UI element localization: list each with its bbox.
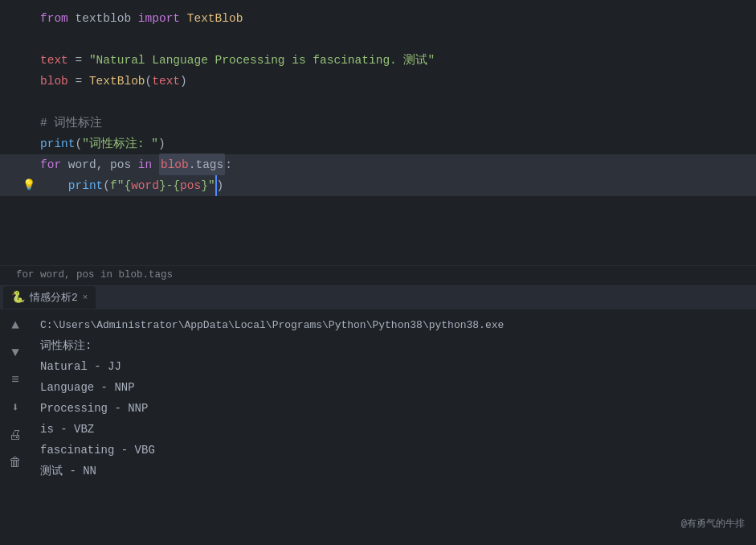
paren-close3: )	[217, 175, 224, 196]
comma1: ,	[96, 154, 104, 175]
kw-from: from	[40, 8, 68, 29]
paren-open2: (	[76, 133, 83, 154]
kw-in: in	[138, 154, 152, 175]
code-line-7: print("词性标注: ")	[0, 133, 756, 154]
terminal-path-text: C:\Users\Administrator\AppData\Local\Pro…	[40, 319, 504, 331]
fstr-brace3: {	[173, 175, 180, 196]
terminal-line-3: Processing - NNP	[0, 398, 756, 419]
terminal-tab-bar: 🐍 情感分析2 ×	[0, 284, 756, 309]
paren-open: (	[145, 71, 153, 92]
code-line-6: # 词性标注	[0, 113, 756, 133]
terminal-tab-sentiment[interactable]: 🐍 情感分析2 ×	[3, 286, 96, 309]
op-assign: =	[76, 50, 83, 71]
fstr-dash: -	[166, 175, 174, 196]
hint-bulb-icon: 💡	[22, 175, 35, 196]
code-editor: from textblob import TextBlob text = "Na…	[0, 0, 756, 265]
str-value: "Natural Language Processing is fascinat…	[89, 50, 435, 71]
blob-tags-highlight: blob.tags	[159, 154, 225, 176]
main-layout: from textblob import TextBlob text = "Na…	[0, 0, 756, 545]
fstr-close: "	[208, 175, 217, 196]
terminal-tab-label: 情感分析2	[30, 290, 78, 305]
code-line-3: text = "Natural Language Processing is f…	[0, 50, 756, 71]
tab-close-icon[interactable]: ×	[83, 293, 88, 302]
kw-for: for	[40, 154, 61, 175]
code-line-9: 💡 print(f"{word} - {pos}")	[0, 175, 756, 196]
colon1: :	[225, 154, 232, 175]
watermark: @有勇气的牛排	[681, 517, 745, 531]
terminal-output-ceshi: 测试 - NN	[40, 464, 96, 478]
op-assign2: =	[76, 71, 83, 92]
var-text2: text	[152, 71, 180, 92]
code-line-1: from textblob import TextBlob	[0, 8, 756, 29]
kw-import: import	[138, 8, 180, 29]
python-icon: 🐍	[11, 290, 25, 304]
module-name: textblob	[76, 8, 132, 29]
terminal-output-language: Language - NNP	[40, 381, 135, 394]
var-word: word	[68, 154, 96, 175]
var-pos: pos	[110, 154, 131, 175]
terminal-output-fascinating: fascinating - VBG	[40, 444, 155, 457]
class-textblob: TextBlob	[187, 8, 243, 29]
status-hint-text: for word, pos in blob.tags	[16, 269, 173, 281]
code-line-4: blob = TextBlob(text)	[0, 71, 756, 92]
terminal-line-2: Language - NNP	[0, 377, 756, 398]
terminal-output-area: ▲ ▼ ≡ ⬇ 🖨 🗑 C:\Users\Administrator\AppDa…	[0, 309, 756, 537]
fstr-pos: pos	[180, 175, 201, 196]
terminal-label-text: 词性标注:	[40, 338, 92, 353]
terminal-output-natural: Natural - JJ	[40, 360, 121, 373]
paren-open3: (	[103, 175, 110, 196]
terminal-output-processing: Processing - NNP	[40, 402, 148, 415]
status-hint-bar: for word, pos in blob.tags	[0, 265, 756, 284]
str-label: "词性标注: "	[82, 133, 158, 154]
fn-print1: print	[40, 133, 76, 154]
terminal-line-4: is - VBZ	[0, 419, 756, 440]
terminal-line-5: fascinating - VBG	[0, 440, 756, 461]
fstr-brace4: }	[201, 175, 208, 196]
paren-close: )	[180, 71, 187, 92]
terminal-line-6: 测试 - NN	[0, 461, 756, 481]
code-line-8: for word, pos in blob.tags:	[0, 154, 756, 175]
terminal-line-1: Natural - JJ	[0, 356, 756, 377]
fstr-brace1: {	[124, 175, 131, 196]
fstr-word: word	[131, 175, 159, 196]
comment-pos: # 词性标注	[40, 113, 102, 133]
var-text: text	[40, 50, 68, 71]
code-line-2	[0, 29, 756, 50]
attr-tags: tags	[195, 158, 223, 171]
fstr-brace2: }	[159, 175, 166, 196]
terminal-output-is: is - VBZ	[40, 423, 94, 436]
code-line-5	[0, 92, 756, 113]
terminal-panel: 🐍 情感分析2 × ▲ ▼ ≡ ⬇ 🖨 🗑 C:\Users\Administr…	[0, 284, 756, 537]
fstr-open: f"	[110, 175, 124, 196]
var-blob2: blob	[161, 158, 189, 171]
terminal-line-path: C:\Users\Administrator\AppData\Local\Pro…	[0, 314, 756, 335]
class-textblob2: TextBlob	[89, 71, 145, 92]
fn-print2: print	[68, 175, 104, 196]
var-blob: blob	[40, 71, 68, 92]
paren-close2: )	[158, 133, 166, 154]
terminal-line-label: 词性标注:	[0, 335, 756, 356]
